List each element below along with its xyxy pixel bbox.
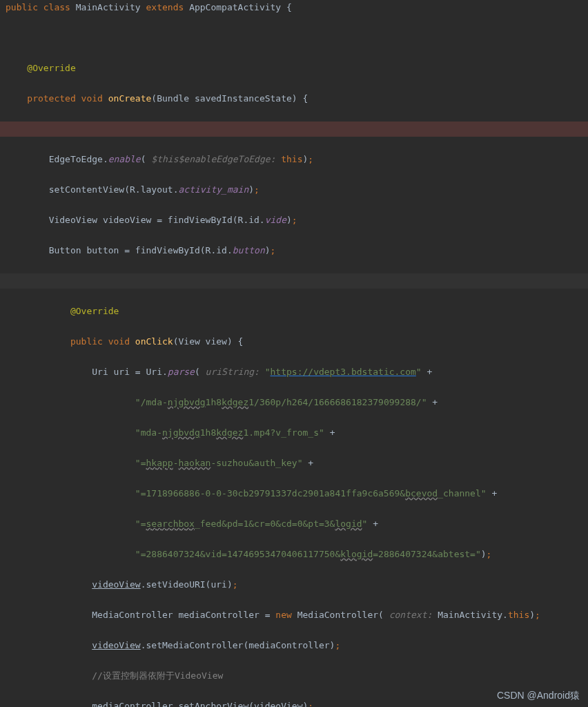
brace-open: {	[281, 2, 292, 12]
keyword-new: new	[189, 275, 205, 286]
keyword-protected: protected	[27, 93, 75, 104]
param: Bundle savedInstanceState	[157, 93, 292, 104]
keyword-extends: extends	[146, 2, 184, 12]
var-videoview: videoView	[92, 640, 140, 650]
code-content[interactable]: public class MainActivity extends AppCom…	[0, 0, 588, 707]
annotation-override: @Override	[27, 63, 75, 73]
url-string: https://vdept3.bdstatic.com	[271, 367, 416, 377]
id-ref: vide	[265, 215, 286, 225]
method-enable: enable	[108, 154, 141, 164]
method-onclick: onClick	[135, 336, 173, 347]
param-hint-context: context:	[384, 610, 438, 620]
param-hint: $this$enableEdgeToEdge:	[146, 154, 282, 164]
comment: //设置控制器依附于VideoView	[92, 670, 223, 681]
keyword-public: public	[6, 2, 38, 12]
keyword-void: void	[81, 93, 103, 104]
annotation-override: @Override	[70, 306, 119, 316]
keyword-this: this	[281, 154, 302, 164]
id-ref-button: button	[233, 245, 265, 255]
code-editor[interactable]: public class MainActivity extends AppCom…	[0, 0, 588, 707]
superclass: AppCompatActivity	[189, 2, 281, 12]
param-hint-uri: uriString:	[200, 367, 265, 377]
keyword-super: super	[49, 124, 76, 134]
layout-ref: activity_main	[178, 184, 248, 195]
class-name: MainActivity	[76, 2, 141, 12]
keyword-class: class	[43, 2, 70, 12]
method-oncreate: onCreate	[108, 93, 152, 104]
var-videoview: videoView	[92, 579, 140, 590]
csdn-watermark: CSDN @Android猿	[497, 688, 580, 703]
